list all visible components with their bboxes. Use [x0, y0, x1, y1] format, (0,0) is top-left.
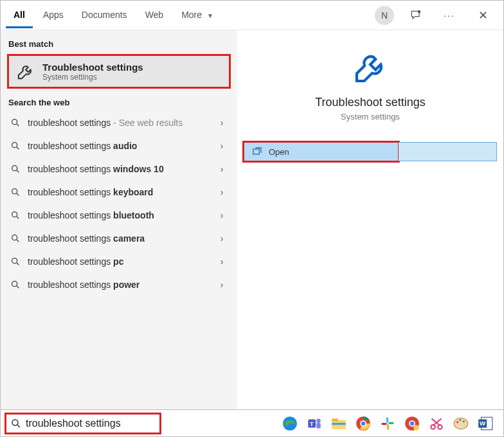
chevron-right-icon[interactable]: ›	[215, 280, 228, 290]
taskbar-slack-icon[interactable]	[377, 413, 398, 434]
preview-panel: Troubleshoot settings System settings Op…	[237, 30, 503, 409]
search-icon	[10, 418, 22, 429]
web-result-label: troubleshoot settings - See web results	[28, 118, 209, 128]
tab-more-label: More	[181, 10, 202, 20]
preview-hero: Troubleshoot settings System settings	[237, 30, 503, 137]
web-result-item[interactable]: troubleshoot settings camera›	[1, 227, 237, 250]
web-result-item[interactable]: troubleshoot settings - See web results›	[1, 111, 237, 134]
search-input[interactable]	[26, 418, 156, 429]
results-panel: Best match Troubleshoot settings System …	[1, 30, 237, 409]
search-icon	[10, 279, 21, 290]
tabs-row: All Apps Documents Web More ▼ N ··· ✕	[1, 1, 503, 30]
wrench-icon	[15, 61, 36, 82]
preview-title: Troubleshoot settings	[315, 96, 425, 109]
chevron-right-icon[interactable]: ›	[215, 164, 228, 174]
chevron-right-icon[interactable]: ›	[215, 210, 228, 220]
tab-apps[interactable]: Apps	[35, 2, 71, 28]
best-match-title: Troubleshoot settings	[42, 62, 143, 73]
user-avatar[interactable]: N	[375, 6, 394, 25]
web-result-item[interactable]: troubleshoot settings pc›	[1, 250, 237, 273]
best-match-subtitle: System settings	[42, 73, 143, 82]
web-results-list: troubleshoot settings - See web results›…	[1, 111, 237, 296]
svg-point-4	[12, 189, 17, 194]
search-icon	[10, 117, 21, 129]
tab-web[interactable]: Web	[138, 2, 172, 28]
svg-point-6	[12, 235, 17, 240]
web-result-item[interactable]: troubleshoot settings windows 10›	[1, 157, 237, 181]
svg-point-5	[12, 212, 17, 217]
open-label: Open	[269, 147, 289, 157]
tab-documents[interactable]: Documents	[74, 2, 135, 28]
svg-text:T: T	[310, 420, 314, 427]
web-result-label: troubleshoot settings pc	[28, 256, 209, 267]
taskbar-explorer-icon[interactable]	[328, 413, 349, 434]
close-button[interactable]: ✕	[473, 5, 493, 26]
svg-point-34	[459, 418, 461, 420]
svg-point-2	[12, 143, 17, 148]
svg-rect-24	[387, 424, 389, 430]
web-result-item[interactable]: troubleshoot settings audio›	[1, 134, 237, 157]
chevron-right-icon[interactable]: ›	[215, 233, 228, 244]
taskbar-paint-icon[interactable]	[451, 413, 471, 434]
svg-rect-9	[253, 149, 259, 154]
web-result-item[interactable]: troubleshoot settings bluetooth›	[1, 204, 237, 227]
web-result-label: troubleshoot settings power	[28, 280, 209, 290]
search-box[interactable]	[4, 413, 161, 434]
content-area: Best match Troubleshoot settings System …	[1, 30, 503, 409]
svg-point-3	[12, 166, 17, 171]
svg-text:W: W	[480, 420, 486, 427]
best-match-texts: Troubleshoot settings System settings	[42, 62, 143, 82]
web-result-label: troubleshoot settings bluetooth	[28, 210, 209, 220]
web-result-label: troubleshoot settings camera	[28, 233, 209, 244]
more-options-icon[interactable]: ···	[439, 5, 460, 26]
search-row: T W	[1, 409, 503, 436]
preview-subtitle: System settings	[341, 112, 400, 121]
taskbar-snip-icon[interactable]	[426, 413, 447, 434]
chevron-right-icon[interactable]: ›	[215, 256, 228, 267]
search-icon	[10, 186, 21, 198]
svg-point-8	[12, 281, 17, 287]
tab-more[interactable]: More ▼	[174, 2, 221, 28]
svg-point-35	[463, 420, 465, 422]
svg-rect-18	[332, 422, 346, 424]
search-window: All Apps Documents Web More ▼ N ··· ✕ Be…	[0, 0, 504, 437]
search-icon	[10, 233, 21, 244]
web-result-label: troubleshoot settings audio	[28, 141, 209, 151]
chevron-right-icon[interactable]: ›	[215, 118, 228, 128]
best-match-item[interactable]: Troubleshoot settings System settings	[7, 54, 231, 89]
svg-rect-23	[388, 422, 394, 424]
chevron-right-icon[interactable]: ›	[215, 141, 228, 151]
feedback-icon[interactable]	[406, 5, 426, 26]
search-web-heading: Search the web	[1, 93, 237, 111]
web-result-item[interactable]: troubleshoot settings power›	[1, 273, 237, 296]
web-result-label: troubleshoot settings keyboard	[28, 187, 209, 197]
svg-point-33	[456, 421, 458, 423]
svg-point-1	[12, 120, 17, 125]
svg-point-0	[418, 10, 420, 12]
svg-point-21	[361, 421, 366, 425]
svg-rect-14	[316, 422, 321, 428]
taskbar-teams-icon[interactable]: T	[304, 413, 325, 434]
taskbar-chrome-icon[interactable]	[353, 413, 374, 434]
action-extension[interactable]	[399, 142, 497, 161]
taskbar-edge-icon[interactable]	[280, 413, 300, 434]
search-icon	[10, 210, 21, 221]
svg-point-28	[410, 421, 415, 425]
search-icon	[10, 140, 21, 152]
svg-rect-17	[332, 418, 338, 421]
best-match-heading: Best match	[1, 34, 237, 53]
taskbar-chrome-canary-icon[interactable]	[402, 413, 422, 434]
svg-rect-22	[386, 417, 388, 423]
chevron-right-icon[interactable]: ›	[215, 187, 228, 197]
open-button[interactable]: Open	[244, 142, 399, 161]
search-icon	[10, 163, 21, 175]
taskbar-tray: T W	[161, 413, 500, 434]
search-icon	[10, 256, 21, 267]
web-result-item[interactable]: troubleshoot settings keyboard›	[1, 181, 237, 204]
svg-point-29	[413, 425, 419, 431]
svg-point-10	[12, 420, 18, 425]
svg-point-36	[464, 424, 465, 425]
svg-rect-25	[381, 422, 387, 424]
taskbar-word-icon[interactable]: W	[475, 413, 496, 434]
tab-all[interactable]: All	[6, 2, 33, 28]
